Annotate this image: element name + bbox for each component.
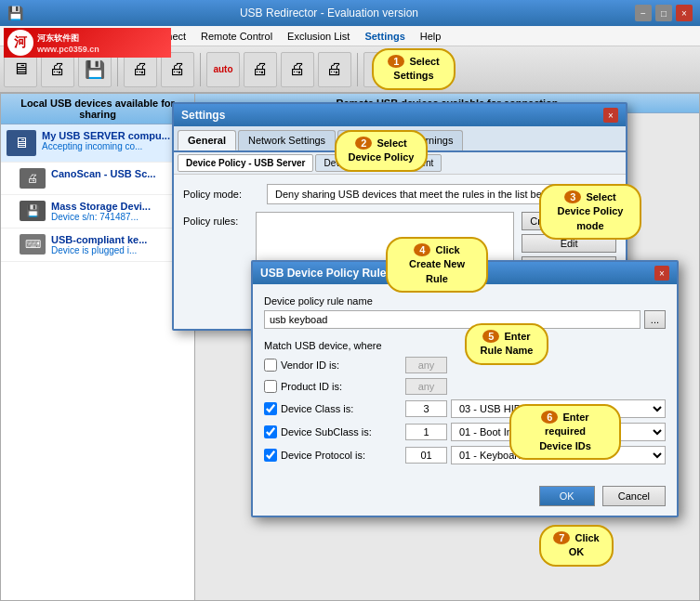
callout-1-num: 1 [388, 55, 404, 68]
settings-dialog-title: Settings [181, 109, 225, 122]
device-subclass-checkbox[interactable] [264, 425, 277, 438]
watermark: 河 河东软件图 www.pc0359.cn [4, 28, 171, 58]
product-id-row: Product ID is: [264, 378, 666, 395]
mass-storage-name: Mass Storage Devi... [51, 201, 151, 212]
server-icon: 🖥 [7, 130, 36, 156]
rule-name-row: ... [264, 310, 666, 329]
toolbar-icon-7[interactable]: 🖨 [244, 52, 277, 87]
policy-mode-label: Policy mode: [183, 189, 267, 200]
watermark-logo: 河 [7, 30, 33, 56]
canoscan-icon: 🖨 [20, 168, 46, 189]
app-icon: 💾 [7, 6, 23, 20]
toolbar-icon-9[interactable]: 🖨 [318, 52, 351, 87]
device-canoscan[interactable]: 🖨 CanoScan - USB Sc... [1, 163, 194, 195]
settings-dialog-titlebar: Settings × [174, 104, 626, 126]
rule-dialog: USB Device Policy Rule × Device policy r… [251, 260, 679, 517]
sub-tab-server[interactable]: Device Policy - USB Server [178, 154, 313, 172]
device-keyboard[interactable]: ⌨ USB-compliant ke... Device is plugged … [1, 229, 194, 262]
rule-browse-button[interactable]: ... [644, 310, 666, 329]
callout-3: 3 SelectDevice Policy mode [539, 184, 641, 240]
ok-button[interactable]: OK [539, 486, 595, 506]
menu-settings[interactable]: Settings [357, 29, 412, 44]
product-id-input[interactable] [405, 378, 447, 395]
server-name: My USB SERVER compu... [42, 130, 170, 141]
callout-4: 4 ClickCreate New Rule [386, 237, 488, 293]
device-protocol-checkbox[interactable] [264, 449, 277, 462]
callout-7-num: 7 [553, 531, 570, 544]
mass-storage-status: Device s/n: 741487... [51, 212, 151, 222]
callout-5: 5 EnterRule Name [465, 323, 548, 365]
callout-6-num: 6 [541, 411, 558, 424]
toolbar-icon-8[interactable]: 🖨 [281, 52, 314, 87]
device-class-input[interactable] [405, 400, 447, 417]
vendor-id-checkbox[interactable] [264, 359, 277, 372]
policy-rules-label: Policy rules: [183, 212, 248, 227]
callout-4-num: 4 [414, 243, 430, 256]
keyboard-status: Device is plugged i... [51, 245, 147, 255]
title-bar: 💾 USB Redirector - Evaluation version − … [0, 0, 700, 26]
keyboard-name: USB-compliant ke... [51, 234, 147, 245]
product-id-checkbox[interactable] [264, 380, 277, 393]
tab-network[interactable]: Network Settings [238, 130, 336, 150]
window-title: USB Redirector - Evaluation version [23, 7, 635, 20]
canoscan-name: CanoScan - USB Sc... [51, 168, 155, 179]
device-subclass-input[interactable] [405, 424, 447, 440]
server-status: Accepting incoming co... [42, 141, 170, 151]
close-button[interactable]: × [676, 5, 693, 21]
device-server[interactable]: 🖥 My USB SERVER compu... Accepting incom… [1, 124, 194, 163]
keyboard-icon: ⌨ [20, 234, 46, 255]
left-panel: Local USB devices available for sharing … [0, 93, 195, 601]
rule-dialog-close[interactable]: × [654, 266, 669, 281]
callout-1: 1 SelectSettings [372, 48, 456, 90]
tab-general[interactable]: General [178, 130, 236, 150]
settings-dialog-close[interactable]: × [603, 108, 618, 123]
callout-3-num: 3 [564, 190, 581, 203]
device-class-checkbox[interactable] [264, 402, 277, 415]
vendor-id-label: Vendor ID is: [281, 359, 402, 371]
callout-7-text: ClickOK [569, 532, 600, 557]
vendor-id-input[interactable] [405, 357, 447, 373]
mass-storage-icon: 💾 [20, 201, 46, 221]
watermark-site-name: 河东软件图 [37, 33, 99, 45]
menu-exclusion-list[interactable]: Exclusion List [280, 29, 357, 44]
device-subclass-label: Device SubClass is: [281, 426, 402, 438]
toolbar-auto-icon[interactable]: auto [206, 52, 240, 87]
callout-6: 6 Enter requiredDevice IDs [509, 404, 621, 460]
minimize-button[interactable]: − [635, 5, 652, 21]
menu-help[interactable]: Help [413, 29, 449, 44]
device-protocol-label: Device Protocol is: [281, 450, 402, 461]
toolbar-separator-2 [200, 53, 201, 86]
menu-remote-control[interactable]: Remote Control [193, 29, 280, 44]
callout-7: 7 ClickOK [539, 525, 614, 567]
callout-5-num: 5 [482, 330, 499, 343]
callout-2-num: 2 [355, 137, 372, 150]
cancel-button[interactable]: Cancel [602, 486, 666, 506]
watermark-url: www.pc0359.cn [37, 45, 99, 54]
device-protocol-input[interactable] [405, 447, 447, 464]
rule-dialog-footer: OK Cancel [253, 480, 677, 516]
product-id-label: Product ID is: [281, 381, 402, 392]
callout-2: 2 SelectDevice Policy [335, 130, 428, 172]
rule-dialog-title: USB Device Policy Rule [260, 267, 386, 280]
rule-name-label: Device policy rule name [264, 295, 666, 307]
device-class-label: Device Class is: [281, 403, 402, 414]
vendor-id-row: Vendor ID is: [264, 357, 666, 373]
left-panel-header: Local USB devices available for sharing [1, 94, 194, 124]
toolbar-separator-3 [357, 53, 358, 86]
maximize-button[interactable]: □ [655, 5, 672, 21]
device-mass-storage[interactable]: 💾 Mass Storage Devi... Device s/n: 74148… [1, 195, 194, 229]
rule-name-input[interactable] [264, 310, 641, 329]
